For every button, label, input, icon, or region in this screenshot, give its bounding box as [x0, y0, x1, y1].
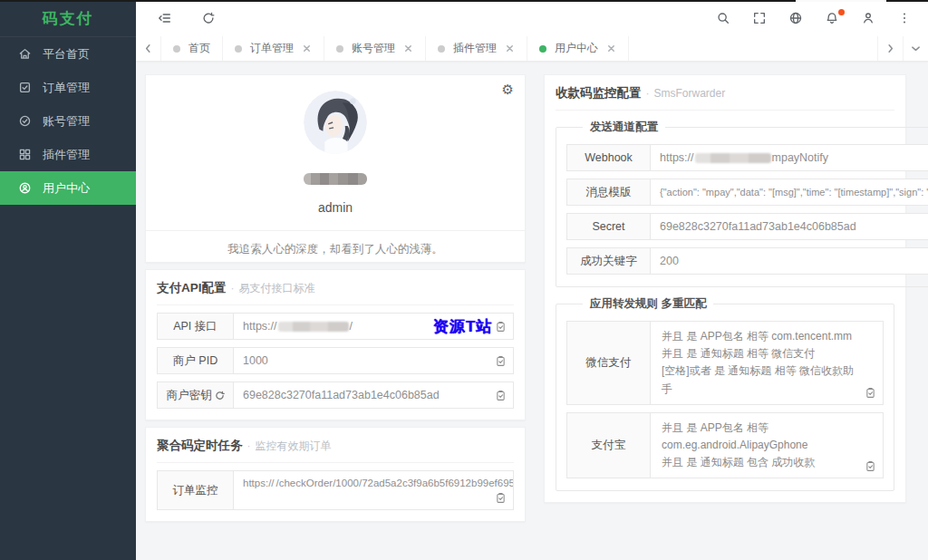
- notifications-bell-icon[interactable]: [825, 11, 839, 25]
- field-label: 商户密钥: [158, 382, 234, 408]
- divider: [146, 230, 525, 231]
- rule-lines: 并且 是 APP包名 相等 com.tencent.mm 并且 是 通知标题 相…: [651, 322, 883, 404]
- redacted-text: [695, 153, 771, 163]
- tab-dot: [235, 45, 242, 53]
- webhook-row: Webhook https://mpayNotify: [566, 144, 928, 171]
- tab-dot: [539, 45, 546, 53]
- section-subtitle: SmsForwarder: [654, 87, 726, 100]
- forward-rules-group: 应用转发规则 多重匹配 微信支付 并且 是 APP包名 相等 com.tence…: [556, 296, 894, 491]
- collapse-sidebar-icon[interactable]: [158, 11, 172, 25]
- avatar: [304, 91, 367, 154]
- tab-close-icon[interactable]: [505, 43, 515, 53]
- sidebar-item-label: 订单管理: [43, 80, 90, 96]
- copy-icon[interactable]: [495, 492, 507, 504]
- order-monitor-row: 订单监控 https:///checkOrder/1000/72ad5a2c3f…: [157, 470, 514, 510]
- pay-api-card: 支付API配置 · 易支付接口标准 API 接口 https:/// 商户 PI…: [145, 269, 526, 420]
- alipay-rule-row: 支付宝 并且 是 APP包名 相等 com.eg.android.AlipayG…: [566, 412, 884, 479]
- copy-icon[interactable]: [495, 390, 507, 401]
- field-value: https://mpayNotify: [651, 145, 928, 170]
- field-label: 微信支付: [567, 322, 651, 404]
- search-icon[interactable]: [716, 11, 730, 25]
- order-icon: [18, 81, 32, 94]
- tab-accounts[interactable]: 账号管理: [324, 36, 426, 61]
- field-label: API 接口: [158, 314, 234, 339]
- home-icon: [18, 47, 32, 61]
- tab-close-icon[interactable]: [606, 43, 616, 53]
- tab-label: 插件管理: [453, 41, 497, 56]
- sms-monitor-card: 收款码监控配置 · SmsForwarder 发送通道配置 Webhook ht…: [544, 74, 906, 503]
- tabs: 首页 订单管理 账号管理 插件管理 用户中心: [161, 36, 877, 61]
- copy-icon[interactable]: [495, 355, 507, 367]
- app-logo: 码支付: [0, 0, 136, 37]
- sidebar-item-user-center[interactable]: 用户中心: [0, 171, 136, 205]
- sidebar-item-plugins[interactable]: 插件管理: [0, 138, 136, 171]
- user-profile-icon[interactable]: [861, 11, 875, 25]
- content: 资源T站 ⚙ admi: [136, 62, 928, 560]
- cron-card: 聚合码定时任务 · 监控有效期订单 订单监控 https:///checkOrd…: [145, 427, 526, 522]
- copy-icon[interactable]: [865, 387, 876, 399]
- tab-label: 账号管理: [352, 41, 395, 56]
- redacted-text: [278, 322, 349, 332]
- dot-separator: ·: [646, 87, 650, 100]
- field-label: Secret: [567, 214, 651, 239]
- gear-icon[interactable]: ⚙: [502, 82, 514, 96]
- tabs-menu-chevron-down-icon[interactable]: [903, 36, 928, 61]
- field-value: 1000: [234, 348, 513, 373]
- tab-user-center[interactable]: 用户中心: [527, 36, 629, 61]
- tab-dot: [438, 45, 445, 53]
- more-kebab-icon[interactable]: [897, 11, 912, 25]
- section-title: 收款码监控配置: [556, 85, 642, 101]
- sidebar: 码支付 平台首页 订单管理 账号管理 插件管理 用户中心: [0, 0, 136, 560]
- sidebar-item-accounts[interactable]: 账号管理: [0, 104, 136, 138]
- sidebar-item-home[interactable]: 平台首页: [0, 37, 136, 71]
- tabs-scroll-left-icon[interactable]: [136, 36, 161, 61]
- tab-home[interactable]: 首页: [161, 36, 223, 61]
- field-value: 69e828c3270fa11ad73ab1e4c06b85ad: [651, 214, 928, 239]
- field-label: 成功关键字: [567, 248, 651, 274]
- sidebar-nav: 平台首页 订单管理 账号管理 插件管理 用户中心: [0, 37, 136, 205]
- dot-separator: ·: [247, 439, 251, 452]
- tab-orders[interactable]: 订单管理: [223, 36, 324, 61]
- sidebar-item-label: 平台首页: [43, 46, 90, 63]
- tab-bar: 首页 订单管理 账号管理 插件管理 用户中心: [136, 36, 928, 62]
- group-legend: 应用转发规则 多重匹配: [583, 296, 713, 312]
- success-keyword-row: 成功关键字 200: [566, 247, 928, 275]
- copy-icon[interactable]: [495, 321, 507, 333]
- field-label: Webhook: [567, 145, 651, 170]
- tab-plugins[interactable]: 插件管理: [426, 36, 527, 61]
- send-channel-group: 发送通道配置 Webhook https://mpayNotify 消息模版 {…: [556, 120, 928, 287]
- field-label: 订单监控: [158, 471, 234, 509]
- section-subtitle: 监控有效期订单: [256, 439, 332, 454]
- field-label: 消息模版: [567, 179, 651, 205]
- field-value: 69e828c3270fa11ad73ab1e4c06b85ad: [234, 382, 513, 408]
- sidebar-item-label: 插件管理: [43, 147, 90, 163]
- copy-icon[interactable]: [865, 460, 876, 472]
- merchant-key-row: 商户密钥 69e828c3270fa11ad73ab1e4c06b85ad: [157, 381, 514, 409]
- wechat-pay-rule-row: 微信支付 并且 是 APP包名 相等 com.tencent.mm 并且 是 通…: [566, 321, 884, 405]
- watermark-text: 资源T站: [433, 316, 492, 337]
- rule-lines: 并且 是 APP包名 相等 com.eg.android.AlipayGphon…: [651, 413, 883, 478]
- section-subtitle: 易支付接口标准: [239, 281, 315, 296]
- language-globe-icon[interactable]: [788, 11, 803, 25]
- tab-dot: [336, 45, 343, 53]
- regenerate-key-icon[interactable]: [215, 391, 225, 401]
- tab-close-icon[interactable]: [403, 43, 413, 53]
- sidebar-item-label: 账号管理: [43, 113, 90, 130]
- fullscreen-icon[interactable]: [752, 11, 767, 25]
- username-text: admin: [318, 200, 353, 215]
- sidebar-item-orders[interactable]: 订单管理: [0, 71, 136, 104]
- tab-label: 首页: [188, 41, 210, 56]
- refresh-icon[interactable]: [201, 11, 216, 25]
- message-template-row: 消息模版 {"action": "mpay","data": "[msg]","…: [566, 179, 928, 206]
- tabs-scroll-right-icon[interactable]: [877, 36, 903, 61]
- tab-label: 用户中心: [555, 41, 598, 56]
- signature-text: 我追索人心的深度，却看到了人心的浅薄。: [227, 242, 443, 257]
- field-value: {"action": "mpay","data": "[msg]","time"…: [651, 179, 928, 205]
- field-label: 商户 PID: [158, 348, 234, 373]
- tab-close-icon[interactable]: [302, 43, 312, 53]
- field-label: 支付宝: [567, 413, 651, 478]
- topbar: [136, 0, 928, 36]
- tab-label: 订单管理: [250, 41, 294, 56]
- top-edge-strip: [0, 0, 928, 2]
- profile-card: ⚙ admin 我追索人心的深度，却看到了人: [145, 74, 526, 263]
